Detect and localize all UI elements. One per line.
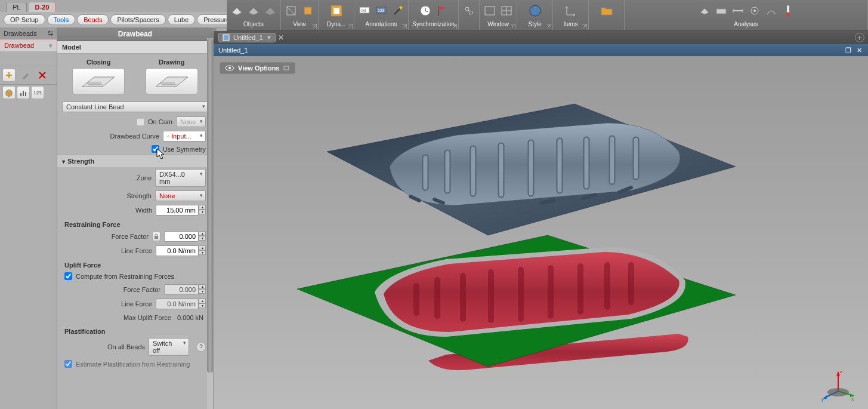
force-factor2-input[interactable] (164, 284, 199, 295)
lf-spin-up[interactable]: ▴ (199, 245, 206, 250)
add-tab-button[interactable]: + (855, 33, 864, 42)
ff-spin-up[interactable]: ▴ (199, 231, 206, 236)
analyses-thermometer-icon[interactable] (781, 4, 795, 17)
model-section-title: Model (57, 41, 213, 54)
width-spin-up[interactable]: ▴ (199, 205, 206, 210)
bars-icon[interactable] (17, 86, 30, 99)
doc-icon (223, 34, 230, 41)
analyses-icon-5[interactable] (765, 4, 778, 17)
force-factor-input[interactable] (164, 231, 199, 242)
objects-icon-2[interactable] (247, 4, 260, 17)
drawbead-list-item[interactable]: Drawbead ▾ (0, 39, 57, 51)
drawbead-curve-label: Drawbead Curve (110, 133, 159, 140)
edit-pencil-icon[interactable] (19, 69, 32, 82)
line-force2-input[interactable] (156, 299, 199, 309)
lf2-spin-down[interactable]: ▾ (199, 303, 206, 308)
expand-icon[interactable] (402, 24, 407, 29)
on-all-beads-dropdown[interactable]: Switch off (149, 338, 189, 356)
tools-button[interactable]: Tools (47, 14, 76, 25)
compute-restraining-checkbox[interactable] (64, 272, 72, 280)
window-grid-icon[interactable] (500, 4, 513, 17)
collapse-icon[interactable]: ⇆ (48, 29, 53, 37)
estimate-plast-checkbox[interactable] (64, 360, 72, 368)
closing-thumb[interactable] (72, 68, 125, 94)
help-icon[interactable]: ? (196, 342, 206, 352)
view-icon-1[interactable] (285, 4, 298, 17)
width-input[interactable] (156, 205, 199, 216)
sync-flag-icon[interactable] (435, 4, 449, 17)
width-label: Width (135, 207, 152, 214)
expand-icon[interactable] (582, 24, 587, 29)
drawing-thumb[interactable] (146, 68, 198, 94)
view-icon-2[interactable] (301, 4, 314, 17)
annotation-label-icon[interactable]: txt (358, 4, 371, 17)
zone-dropdown[interactable]: DX54...0 mm (155, 169, 206, 187)
sync-clock-icon[interactable] (419, 4, 432, 17)
strength-dropdown[interactable]: None (155, 190, 206, 201)
tab-close-icon[interactable]: ✕ (278, 33, 284, 42)
objects-icon-1[interactable] (230, 4, 243, 17)
bead-type-dropdown[interactable]: Constant Line Bead (62, 102, 208, 112)
svg-point-19 (786, 13, 790, 16)
on-cam-dropdown[interactable]: None (176, 116, 206, 127)
max-uplift-value: 0.000 kN (175, 313, 206, 322)
closing-label: Closing (72, 59, 125, 66)
expand-icon[interactable] (452, 24, 457, 29)
cube-icon[interactable] (2, 86, 16, 99)
ff2-spin-down[interactable]: ▾ (199, 289, 206, 294)
force-factor-lock-icon[interactable] (152, 232, 160, 241)
width-spin-down[interactable]: ▾ (199, 210, 206, 214)
opsetup-button[interactable]: OP Setup (4, 14, 45, 25)
pilots-button[interactable]: Pilots/Spacers (110, 14, 165, 25)
ribbon-window-label: Window (487, 21, 509, 29)
panel-scrollbar[interactable] (207, 38, 213, 409)
item-menu-icon[interactable]: ▾ (49, 42, 52, 50)
expand-icon[interactable] (511, 24, 515, 29)
beads-button[interactable]: Beads (77, 14, 109, 25)
lube-button[interactable]: Lube (168, 14, 195, 25)
analyses-icon-4[interactable] (748, 4, 761, 17)
expand-icon[interactable] (546, 24, 551, 29)
lf-spin-down[interactable]: ▾ (199, 250, 206, 255)
close-view-icon[interactable]: ✕ (855, 46, 863, 54)
3d-viewport[interactable]: View Options (214, 56, 868, 409)
on-cam-checkbox[interactable] (137, 118, 144, 126)
analyses-icon-3[interactable] (731, 4, 745, 17)
axis-gizmo[interactable]: z x y (820, 367, 856, 403)
maximize-icon[interactable]: ❐ (844, 46, 852, 54)
lf2-spin-up[interactable]: ▴ (199, 299, 206, 303)
panel-scroll-thumb[interactable] (207, 38, 213, 373)
add-icon[interactable] (2, 69, 16, 82)
dyna-icon[interactable] (330, 4, 343, 17)
window-single-icon[interactable] (483, 4, 496, 17)
compute-restraining-label: Compute from Restraining Forces (76, 273, 174, 280)
document-tab[interactable]: Untitled_1 ▼ (218, 33, 276, 42)
delete-x-icon[interactable] (36, 69, 49, 82)
tab-pl[interactable]: PL (6, 2, 27, 12)
tab-d20[interactable]: D-20 (28, 2, 55, 12)
items-axis-icon[interactable] (564, 4, 577, 17)
ribbon-view-label: View (293, 21, 306, 29)
objects-icon-3[interactable] (264, 4, 277, 17)
svg-text:z: z (840, 369, 842, 374)
analyses-icon-2[interactable] (715, 4, 728, 17)
expand-icon[interactable] (348, 24, 353, 29)
annotation-num-icon[interactable]: 123 (375, 4, 388, 17)
use-symmetry-checkbox[interactable] (152, 145, 159, 153)
link-icon[interactable] (462, 4, 475, 17)
strength-section-header[interactable]: Strength (57, 155, 213, 167)
num-icon[interactable]: 123 (31, 86, 44, 99)
expand-icon[interactable] (312, 24, 317, 29)
ff2-spin-up[interactable]: ▴ (199, 284, 206, 289)
analyses-icon-1[interactable] (698, 4, 711, 17)
svg-rect-23 (155, 236, 158, 239)
line-force-input[interactable] (156, 245, 199, 256)
tab-dropdown-icon[interactable]: ▼ (267, 35, 272, 41)
style-globe-icon[interactable] (529, 4, 542, 17)
annotation-wand-icon[interactable] (391, 4, 404, 17)
ff-spin-down[interactable]: ▾ (199, 236, 206, 241)
svg-rect-21 (23, 91, 24, 96)
svg-text:123: 123 (378, 8, 385, 13)
drawbead-curve-dropdown[interactable]: ◦ Input... (163, 131, 206, 142)
analyses-folder-icon[interactable] (600, 4, 613, 17)
